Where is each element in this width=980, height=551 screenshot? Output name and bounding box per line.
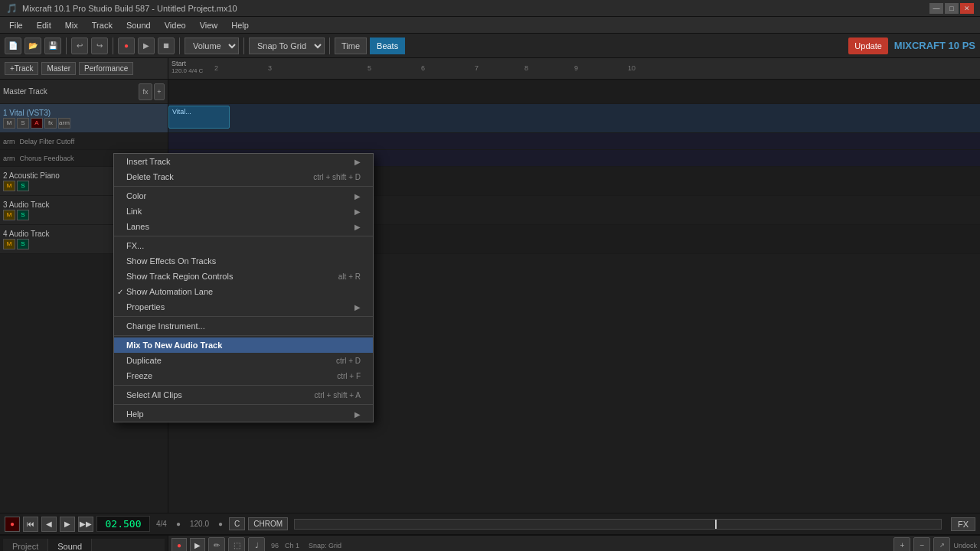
cm-duplicate[interactable]: Duplicate ctrl + D [114,353,373,368]
cm-show-effects-label: Show Effects On Tracks [126,256,216,266]
cm-color[interactable]: Color ▶ [114,188,373,204]
cm-delete-track-shortcut: ctrl + shift + D [313,173,361,181]
cm-lanes[interactable]: Lanes ▶ [114,219,373,234]
cm-show-automation[interactable]: Show Automation Lane [114,284,373,299]
cm-select-all[interactable]: Select All Clips ctrl + shift + A [114,387,373,403]
cm-insert-track[interactable]: Insert Track ▶ [114,154,373,169]
cm-show-track-region[interactable]: Show Track Region Controls alt + R [114,269,373,284]
cm-sep5 [114,385,373,386]
cm-lanes-arrow: ▶ [354,223,361,231]
cm-change-instrument-label: Change Instrument... [126,321,205,331]
context-menu: Insert Track ▶ Delete Track ctrl + shift… [113,153,374,422]
cm-sep3 [114,316,373,317]
cm-insert-track-label: Insert Track [126,157,170,166]
cm-properties-arrow: ▶ [354,303,361,311]
cm-properties[interactable]: Properties ▶ [114,299,373,315]
cm-color-arrow: ▶ [354,192,361,201]
cm-freeze[interactable]: Freeze ctrl + F [114,368,373,383]
context-menu-overlay[interactable]: Insert Track ▶ Delete Track ctrl + shift… [0,0,980,551]
cm-select-all-shortcut: ctrl + shift + A [314,391,361,399]
cm-help-label: Help [126,409,144,419]
cm-fx[interactable]: FX... [114,238,373,253]
cm-duplicate-label: Duplicate [126,356,162,365]
cm-sep1 [114,186,373,187]
cm-show-effects[interactable]: Show Effects On Tracks [114,253,373,269]
cm-delete-track-label: Delete Track [126,172,174,181]
cm-help-arrow: ▶ [354,410,361,419]
cm-freeze-shortcut: ctrl + F [337,372,361,380]
cm-link-label: Link [126,207,142,216]
cm-lanes-label: Lanes [126,222,149,231]
cm-help[interactable]: Help ▶ [114,406,373,422]
cm-sep2 [114,236,373,236]
cm-change-instrument[interactable]: Change Instrument... [114,318,373,334]
cm-link[interactable]: Link ▶ [114,204,373,219]
cm-sep4 [114,335,373,336]
cm-delete-track[interactable]: Delete Track ctrl + shift + D [114,169,373,184]
cm-color-label: Color [126,191,146,201]
cm-mix-to-audio[interactable]: Mix To New Audio Track [114,337,373,353]
cm-insert-track-arrow: ▶ [354,158,361,166]
cm-sep6 [114,404,373,405]
cm-select-all-label: Select All Clips [126,390,182,399]
cm-show-track-region-label: Show Track Region Controls [126,272,233,281]
cm-link-arrow: ▶ [354,207,361,216]
cm-show-track-region-shortcut: alt + R [338,272,361,281]
cm-duplicate-shortcut: ctrl + D [336,357,361,365]
cm-properties-label: Properties [126,302,165,311]
cm-freeze-label: Freeze [126,371,152,380]
cm-show-automation-label: Show Automation Lane [126,287,213,296]
cm-mix-to-audio-label: Mix To New Audio Track [126,341,222,350]
cm-fx-label: FX... [126,241,144,250]
